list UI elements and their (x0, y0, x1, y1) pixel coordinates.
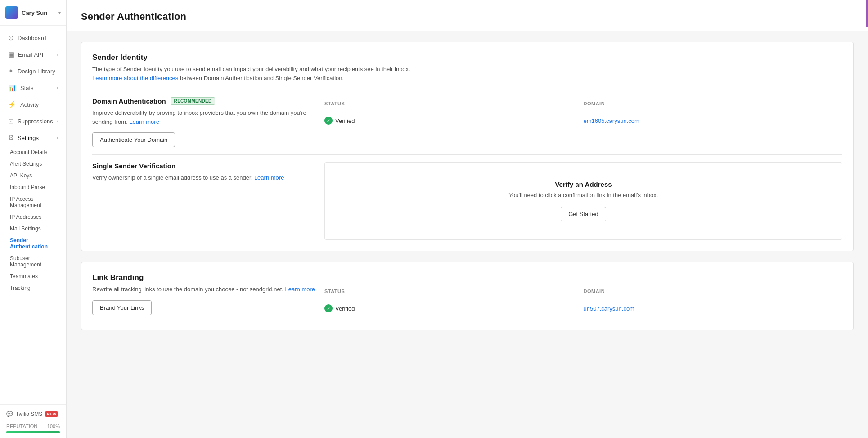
section-divider (92, 90, 842, 90)
account-chevron-icon: ▾ (58, 10, 61, 15)
sidebar-item-suppressions[interactable]: ⊡ Suppressions › (2, 113, 64, 129)
sidebar-sub-item-api-keys[interactable]: API Keys (0, 170, 66, 181)
sidebar-item-twilio-sms[interactable]: 💬 Twilio SMS NEW (6, 409, 60, 419)
verify-box-description: You'll need to click a confirmation link… (336, 192, 831, 199)
suppressions-icon: ⊡ (8, 117, 14, 125)
sidebar-sub-item-mail-settings[interactable]: Mail Settings (0, 223, 66, 235)
single-sender-learn-more-link[interactable]: Learn more (254, 174, 284, 181)
sidebar: Cary Sun ▾ ⊙ Dashboard ▣ Email API › ✦ D… (0, 0, 67, 438)
domain-link[interactable]: em1605.carysun.com (584, 117, 639, 124)
main-content: Sender Authentication Sender Identity Th… (67, 0, 868, 438)
single-sender-left: Single Sender Verification Verify owners… (92, 162, 317, 240)
stats-icon: 📊 (8, 84, 17, 92)
scroll-accent (866, 0, 868, 27)
reputation-fill (6, 431, 60, 433)
check-icon: ✓ (324, 304, 333, 312)
verified-label: Verified (335, 305, 355, 312)
link-branding-domain-col: url507.carysun.com (584, 305, 843, 312)
status-table-header: STATUS DOMAIN (324, 97, 842, 110)
link-branding-status-col: ✓ Verified (324, 304, 584, 312)
reputation-value: 100% (47, 424, 60, 429)
verify-box-title: Verify an Address (336, 181, 831, 188)
single-sender-section: Single Sender Verification Verify owners… (92, 162, 842, 240)
brand-logo (5, 6, 18, 19)
domain-auth-status-row: ✓ Verified em1605.carysun.com (324, 110, 842, 131)
brand-links-button[interactable]: Brand Your Links (92, 300, 152, 315)
sidebar-item-label: Settings (18, 135, 39, 141)
sidebar-sub-item-alert-settings[interactable]: Alert Settings (0, 158, 66, 170)
single-sender-title: Single Sender Verification (92, 162, 175, 170)
sidebar-sub-item-teammates[interactable]: Teammates (0, 271, 66, 282)
link-branding-title: Link Branding (92, 273, 842, 282)
chevron-down-icon: › (57, 86, 58, 90)
sidebar-item-label: Suppressions (18, 118, 53, 125)
twilio-sms-icon: 💬 (6, 411, 13, 417)
page-header: Sender Authentication (67, 0, 868, 31)
link-branding-card: Link Branding Rewrite all tracking links… (81, 262, 854, 330)
sidebar-item-activity[interactable]: ⚡ Activity (2, 96, 64, 113)
link-branding-left: Rewrite all tracking links to use the do… (92, 285, 317, 319)
domain-auth-section: Domain Authentication RECOMMENDED Improv… (92, 97, 842, 147)
email-api-icon: ▣ (8, 50, 14, 59)
sidebar-item-label: Design Library (18, 68, 55, 75)
domain-col-value: em1605.carysun.com (584, 117, 843, 124)
sidebar-item-settings[interactable]: ⚙ Settings › (2, 130, 64, 146)
sidebar-item-stats[interactable]: 📊 Stats › (2, 80, 64, 96)
sidebar-sub-item-ip-access-management[interactable]: IP Access Management (0, 193, 66, 211)
link-branding-learn-more-link[interactable]: Learn more (285, 286, 315, 293)
get-started-button[interactable]: Get Started (561, 207, 606, 221)
sidebar-item-design-library[interactable]: ✦ Design Library (2, 63, 64, 79)
sidebar-sub-item-inbound-parse[interactable]: Inbound Parse (0, 181, 66, 193)
section-divider-2 (92, 154, 842, 155)
status-column-header: STATUS (324, 101, 584, 106)
sidebar-sub-item-ip-addresses[interactable]: IP Addresses (0, 211, 66, 223)
sidebar-navigation: ⊙ Dashboard ▣ Email API › ✦ Design Libra… (0, 26, 66, 404)
verified-label: Verified (335, 117, 355, 124)
dashboard-icon: ⊙ (8, 34, 14, 42)
domain-auth-status-table: STATUS DOMAIN ✓ Verified em16 (324, 97, 842, 131)
twilio-sms-label: Twilio SMS (16, 411, 42, 417)
verified-status: ✓ Verified (324, 304, 584, 312)
domain-auth-learn-more-link[interactable]: Learn more (129, 118, 159, 125)
reputation-section: REPUTATION 100% (6, 424, 60, 433)
activity-icon: ⚡ (8, 100, 17, 108)
sidebar-sub-item-tracking[interactable]: Tracking (0, 282, 66, 294)
check-icon: ✓ (324, 117, 333, 125)
link-branding-section: Rewrite all tracking links to use the do… (92, 285, 842, 319)
status-col-verified: ✓ Verified (324, 117, 584, 125)
recommended-badge: RECOMMENDED (171, 97, 216, 105)
link-branding-status-header: STATUS DOMAIN (324, 285, 842, 298)
chevron-down-icon: › (57, 135, 58, 140)
settings-icon: ⚙ (8, 134, 14, 142)
link-branding-description: Rewrite all tracking links to use the do… (92, 285, 317, 294)
link-branding-domain-link[interactable]: url507.carysun.com (584, 305, 634, 312)
authenticate-domain-button[interactable]: Authenticate Your Domain (92, 132, 175, 147)
reputation-label-text: REPUTATION (6, 424, 37, 429)
sidebar-item-label: Email API (18, 51, 43, 58)
content-area: Sender Identity The type of Sender Ident… (67, 31, 868, 352)
domain-column-header: DOMAIN (584, 289, 843, 294)
status-column-header: STATUS (324, 289, 584, 294)
domain-auth-title: Domain Authentication (92, 97, 166, 105)
domain-auth-header: Domain Authentication RECOMMENDED (92, 97, 317, 105)
link-branding-status-table: STATUS DOMAIN ✓ Verified url5 (324, 285, 842, 319)
sidebar-item-label: Dashboard (18, 35, 46, 41)
reputation-bar (6, 431, 60, 433)
sidebar-item-label: Stats (20, 85, 34, 91)
sidebar-item-email-api[interactable]: ▣ Email API › (2, 46, 64, 63)
sender-identity-card: Sender Identity The type of Sender Ident… (81, 42, 854, 251)
domain-auth-right: STATUS DOMAIN ✓ Verified em16 (324, 97, 842, 147)
sidebar-sub-item-account-details[interactable]: Account Details (0, 146, 66, 158)
single-sender-right: Verify an Address You'll need to click a… (324, 162, 842, 240)
sender-identity-title: Sender Identity (92, 53, 842, 62)
verify-address-box: Verify an Address You'll need to click a… (324, 162, 842, 240)
link-branding-status-row: ✓ Verified url507.carysun.com (324, 298, 842, 319)
sidebar-sub-item-subuser-management[interactable]: Subuser Management (0, 253, 66, 271)
account-switcher[interactable]: Cary Sun ▾ (0, 0, 66, 26)
new-badge: NEW (45, 411, 58, 417)
sidebar-item-dashboard[interactable]: ⊙ Dashboard (2, 30, 64, 46)
page-title: Sender Authentication (81, 11, 854, 23)
learn-more-differences-link[interactable]: Learn more about the differences (92, 75, 178, 81)
sidebar-sub-item-sender-authentication[interactable]: Sender Authentication (0, 235, 66, 253)
single-sender-header: Single Sender Verification (92, 162, 317, 170)
